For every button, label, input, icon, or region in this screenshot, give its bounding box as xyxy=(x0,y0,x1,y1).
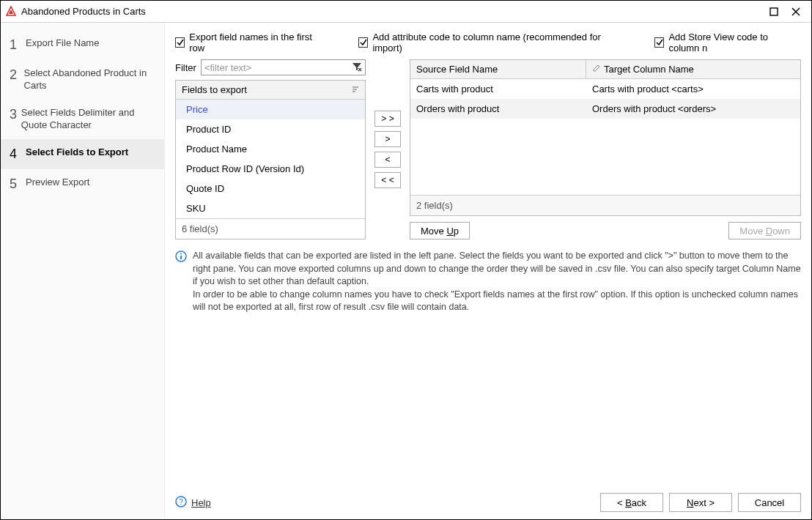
fields-list[interactable]: Price Product ID Product Name Product Ro… xyxy=(176,100,365,218)
reorder-buttons: Move Up Move Down xyxy=(410,222,801,239)
help-icon: ? xyxy=(175,496,187,510)
panes: Filter <filter text> Fields to export Pr… xyxy=(175,59,801,239)
field-item[interactable]: Quote ID xyxy=(176,179,365,198)
move-buttons: > > > < < < xyxy=(374,59,401,239)
move-left-button[interactable]: < xyxy=(374,152,401,168)
info-icon xyxy=(175,250,187,314)
fields-available: Fields to export Price Product ID Produc… xyxy=(175,80,366,239)
filter-row: Filter <filter text> xyxy=(175,59,366,75)
svg-point-12 xyxy=(180,253,182,255)
back-button[interactable]: < Back xyxy=(600,493,663,512)
right-pane: Source Field Name Target Column Name Car… xyxy=(410,59,801,239)
cancel-button[interactable]: Cancel xyxy=(738,493,801,512)
step-3[interactable]: 3Select Fields Delimiter and Quote Chara… xyxy=(1,100,164,139)
info-panel: All available fields that can be exporte… xyxy=(175,250,801,314)
checkbox-icon xyxy=(175,37,185,48)
chk-add-attr[interactable]: Add attribute code to column name (recom… xyxy=(358,31,618,53)
grid-count: 2 field(s) xyxy=(410,195,800,215)
grid-row[interactable]: Carts with product Carts with product <c… xyxy=(410,79,800,99)
wizard-steps-sidebar: 1Export File Name 2Select Abandoned Prod… xyxy=(1,23,165,519)
checkbox-icon xyxy=(654,37,664,48)
field-item[interactable]: Product ID xyxy=(176,119,365,139)
filter-input[interactable]: <filter text> xyxy=(201,59,366,75)
step-2[interactable]: 2Select Abandoned Product in Carts xyxy=(1,60,164,100)
close-button[interactable] xyxy=(785,1,807,23)
edit-icon xyxy=(592,64,601,75)
wizard-body: 1Export File Name 2Select Abandoned Prod… xyxy=(1,23,811,519)
svg-text:?: ? xyxy=(179,498,183,506)
fields-header: Fields to export xyxy=(176,81,365,100)
fields-count: 6 field(s) xyxy=(176,218,365,239)
field-item[interactable]: Price xyxy=(176,100,365,119)
checkbox-icon xyxy=(358,37,368,48)
info-text: All available fields that can be exporte… xyxy=(193,250,801,314)
titlebar: Abandoned Products in Carts xyxy=(1,1,811,23)
filter-clear-icon[interactable] xyxy=(352,62,362,74)
step-5[interactable]: 5Preview Export xyxy=(1,169,164,199)
field-item[interactable]: Product Row ID (Version Id) xyxy=(176,159,365,179)
svg-rect-13 xyxy=(180,256,182,259)
move-all-left-button[interactable]: < < xyxy=(374,172,401,188)
help-link[interactable]: ? Help xyxy=(175,496,211,510)
move-up-button[interactable]: Move Up xyxy=(410,222,470,239)
step-4[interactable]: 4Select Fields to Export xyxy=(1,139,164,169)
col-source[interactable]: Source Field Name xyxy=(410,60,586,78)
maximize-button[interactable] xyxy=(763,1,785,23)
left-pane: Filter <filter text> Fields to export Pr… xyxy=(175,59,366,239)
step-1[interactable]: 1Export File Name xyxy=(1,30,164,60)
svg-rect-2 xyxy=(770,8,778,15)
grid-body[interactable]: Carts with product Carts with product <c… xyxy=(410,79,800,195)
window-title: Abandoned Products in Carts xyxy=(21,6,763,17)
options-row: Export field names in the first row Add … xyxy=(175,31,801,53)
field-item[interactable]: Product Name xyxy=(176,139,365,159)
next-button[interactable]: Next > xyxy=(669,493,732,512)
filter-label: Filter xyxy=(175,62,196,73)
grid-row[interactable]: Orders with product Orders with product … xyxy=(410,99,800,119)
main-panel: Export field names in the first row Add … xyxy=(165,23,811,519)
field-item[interactable]: SKU xyxy=(176,198,365,218)
chk-export-names[interactable]: Export field names in the first row xyxy=(175,31,322,53)
move-right-button[interactable]: > xyxy=(374,131,401,147)
col-target[interactable]: Target Column Name xyxy=(586,60,800,78)
move-all-right-button[interactable]: > > xyxy=(374,111,401,127)
chk-add-store[interactable]: Add Store View code to column n xyxy=(654,31,801,53)
sort-icon[interactable] xyxy=(352,84,359,95)
grid-header: Source Field Name Target Column Name xyxy=(410,60,800,79)
app-icon xyxy=(5,6,17,18)
selected-fields-grid: Source Field Name Target Column Name Car… xyxy=(410,59,801,216)
export-wizard-window: Abandoned Products in Carts 1Export File… xyxy=(0,0,812,520)
move-down-button: Move Down xyxy=(728,222,801,239)
wizard-footer: ? Help < Back Next > Cancel xyxy=(175,486,801,512)
